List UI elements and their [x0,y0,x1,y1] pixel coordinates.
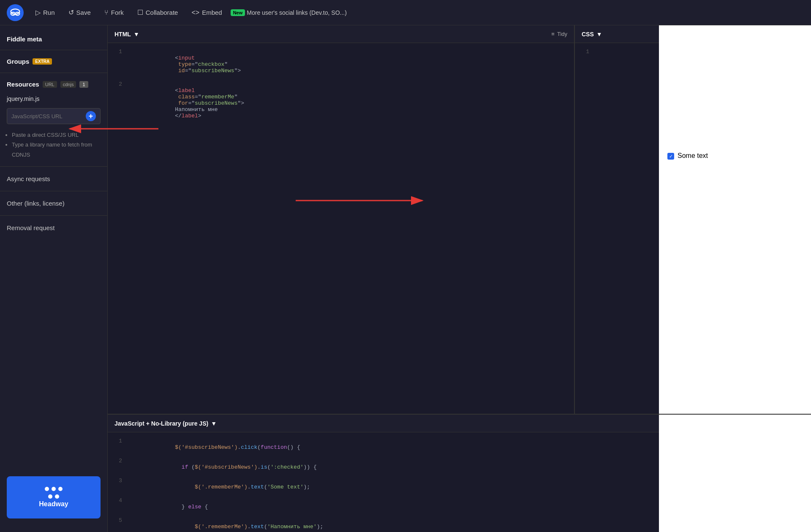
run-button[interactable]: ▷ Run [30,6,60,19]
preview-label: Some text [678,152,708,160]
bottom-section: JavaScript + No-Library (pure JS) ▼ 1 $(… [108,414,811,532]
js-lang-selector[interactable]: JavaScript + No-Library (pure JS) ▼ [114,420,217,427]
html-dropdown-icon: ▼ [133,31,139,38]
announcement-text: More user's social links (Dev.to, SO...) [247,9,347,16]
fiddle-meta-title: Fiddle meta [7,35,42,43]
save-label: Save [76,9,91,16]
url-tag: URL [43,81,57,88]
fork-icon: ⑂ [104,9,109,16]
js-line-3: 3 $('.rememberMe').text('Some text'); [108,477,659,497]
tidy-label: Tidy [557,31,567,37]
resource-filename: jquery.min.js [7,95,40,102]
tidy-button[interactable]: ≡ Tidy [551,31,567,37]
css-lang-label: CSS [582,31,594,38]
hint2: Type a library name to fetch from CDNJS [12,140,101,160]
logo [7,4,24,21]
headway-logo [45,487,63,491]
css-panel-header: CSS ▼ [575,25,659,43]
extra-badge: EXTRA [33,58,52,65]
embed-icon: <> [191,9,199,16]
navbar: ▷ Run ↺ Save ⑂ Fork ☐ Collaborate <> Emb… [0,0,811,25]
css-code-line-1: 1 [575,48,659,55]
css-panel: CSS ▼ 1 [574,25,659,414]
headway-logo2 [48,494,59,499]
run-icon: ▷ [35,8,41,16]
html-panel: HTML ▼ ≡ Tidy 1 <input type="checkbox [108,25,574,414]
hw-dot1 [45,487,49,491]
js-line-2: 2 if ($('#subscribeNews').is(':checked')… [108,457,659,477]
sidebar-bottom: Headway [0,470,107,525]
css-code-editor[interactable]: 1 [575,43,659,414]
groups-label: Groups [7,58,29,65]
collaborate-label: Collaborate [146,9,178,16]
divider2 [0,73,107,73]
divider3 [0,166,107,167]
html-panel-header: HTML ▼ ≡ Tidy [108,25,574,43]
hw-dot4 [48,494,52,499]
collaborate-button[interactable]: ☐ Collaborate [132,6,183,19]
html-code-line-2: 2 <label class="rememberMe" for="subscri… [108,81,574,126]
announcement-bar: New More user's social links (Dev.to, SO… [231,9,347,16]
collaborate-icon: ☐ [137,8,143,16]
url-input-row: + [7,108,101,124]
groups-row: Groups EXTRA [0,54,107,69]
js-line-1: 1 $('#subscribeNews').click(function() { [108,437,659,457]
divider1 [0,50,107,50]
js-dropdown-icon: ▼ [211,420,217,427]
url-input[interactable] [11,113,82,119]
save-icon: ↺ [68,8,74,16]
js-panel-header: JavaScript + No-Library (pure JS) ▼ [108,415,659,432]
js-code-editor[interactable]: 1 $('#subscribeNews').click(function() {… [108,432,659,532]
embed-label: Embed [202,9,222,16]
fork-button[interactable]: ⑂ Fork [99,6,129,19]
js-panel: JavaScript + No-Library (pure JS) ▼ 1 $(… [108,415,659,532]
cdnjs-tag: cdnjs [60,81,76,88]
css-lang-selector[interactable]: CSS ▼ [582,31,602,38]
divider5 [0,215,107,216]
hw-dot3 [58,487,63,491]
css-dropdown-icon: ▼ [596,31,602,38]
new-badge: New [231,9,245,16]
preview-checkbox[interactable] [667,153,674,160]
html-code-editor[interactable]: 1 <input type="checkbox" id="subscribeNe… [108,43,574,414]
tidy-icon: ≡ [551,31,555,37]
js-line-5: 5 $('.rememberMe').text('Напомнить мне')… [108,517,659,532]
save-button[interactable]: ↺ Save [63,6,96,19]
html-lang-selector[interactable]: HTML ▼ [114,31,139,38]
content-area: HTML ▼ ≡ Tidy 1 <input type="checkbox [108,25,811,532]
js-lang-label: JavaScript + No-Library (pure JS) [114,420,208,427]
resources-row: Resources URL cdnjs 1 [0,76,107,92]
divider4 [0,191,107,191]
headway-label: Headway [39,500,68,508]
headway-banner[interactable]: Headway [7,476,101,518]
embed-button[interactable]: <> Embed [186,6,227,19]
sidebar: Fiddle meta Groups EXTRA Resources URL c… [0,25,108,532]
preview-bottom [659,415,811,532]
js-line-4: 4 } else { [108,497,659,517]
resource-item-jquery: jquery.min.js [0,92,107,106]
sidebar-item-removal[interactable]: Removal request [0,219,107,236]
preview-content: Some text [659,144,811,168]
html-lang-label: HTML [114,31,131,38]
run-label: Run [43,9,55,16]
hint1: Paste a direct CSS/JS URL [12,130,101,140]
hw-dot5 [55,494,59,499]
hint-list: Paste a direct CSS/JS URL Type a library… [0,127,107,163]
main-layout: Fiddle meta Groups EXTRA Resources URL c… [0,25,811,532]
html-code-line-1: 1 <input type="checkbox" id="subscribeNe… [108,48,574,81]
editor-panels: HTML ▼ ≡ Tidy 1 <input type="checkbox [108,25,811,414]
fiddle-meta-section: Fiddle meta [0,32,107,46]
preview-panel: Some text [659,25,811,414]
res-count: 1 [79,81,88,88]
sidebar-item-other[interactable]: Other (links, license) [0,195,107,212]
fork-label: Fork [111,9,124,16]
hw-dot2 [52,487,56,491]
resources-label: Resources [7,81,39,88]
sidebar-item-async[interactable]: Async requests [0,170,107,187]
add-resource-button[interactable]: + [86,111,96,121]
